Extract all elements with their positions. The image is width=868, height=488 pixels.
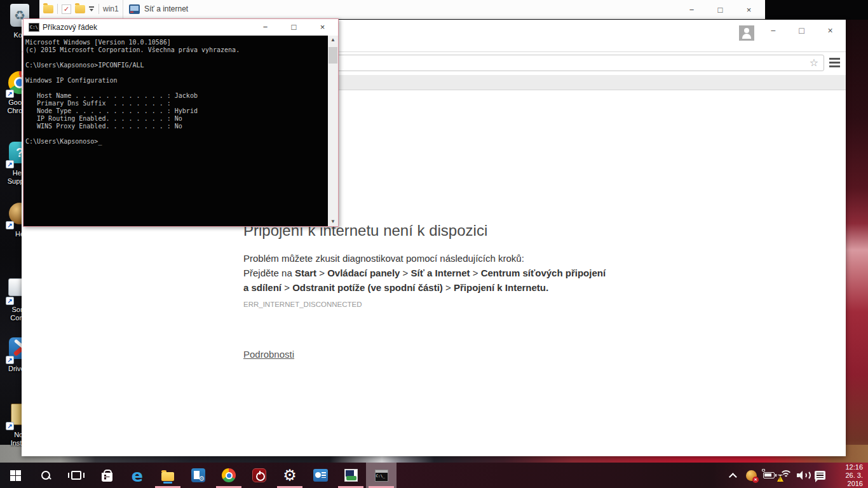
speaker-icon (797, 470, 810, 480)
command-prompt-button[interactable] (366, 463, 397, 488)
scroll-down-icon[interactable]: ▼ (328, 217, 338, 226)
chrome-icon (222, 468, 236, 482)
pie-list-icon (313, 469, 328, 482)
qat-dropdown-icon[interactable] (89, 6, 95, 12)
wifi-warning-icon (780, 470, 792, 480)
command-prompt-icon (375, 470, 388, 482)
error-page-steps-line2: a sdílení > Odstranit potíže (ve spodní … (243, 280, 625, 295)
error-code: ERR_INTERNET_DISCONNECTED (243, 301, 362, 308)
checkmark-icon[interactable]: ✓ (62, 4, 71, 14)
taskbar-search-button[interactable] (31, 463, 61, 488)
command-prompt-window: C:\ Příkazový řádek − □ × Microsoft Wind… (23, 18, 339, 227)
power-app-button[interactable] (244, 463, 275, 488)
desktop-wallpaper-topright (764, 0, 868, 20)
power-icon (252, 468, 266, 482)
close-button[interactable]: × (816, 27, 844, 35)
shortcut-arrow-icon: ↗ (6, 297, 14, 305)
shortcut-arrow-icon: ↗ (6, 90, 14, 98)
battery-charging-icon (763, 472, 775, 478)
clock-time: 12:16 (829, 463, 863, 471)
task-view-icon (71, 471, 81, 480)
scrollbar[interactable]: ▲ ▼ (328, 36, 338, 226)
error-page-steps-line1: Přejděte na Start > Ovládací panely > Sí… (243, 266, 625, 280)
shortcut-arrow-icon: ↗ (6, 221, 14, 229)
system-doc-app-button[interactable]: ⚙ (183, 463, 214, 488)
windows-logo-icon (10, 470, 21, 481)
close-button[interactable]: × (735, 6, 763, 14)
maximize-button[interactable]: □ (706, 6, 735, 14)
cmd-titlebar[interactable]: C:\ Příkazový řádek − □ × (24, 19, 338, 36)
console-output: Microsoft Windows [Version 10.0.10586] (… (25, 39, 240, 146)
store-icon (102, 473, 112, 482)
tray-app-error[interactable] (743, 463, 760, 488)
hidden-icons-button[interactable] (726, 463, 743, 488)
minimize-button[interactable]: − (677, 6, 706, 14)
action-center-button[interactable] (811, 463, 829, 488)
separator (98, 4, 99, 14)
desktop-wallpaper-right (846, 20, 868, 463)
shortcut-arrow-icon: ↗ (6, 422, 14, 430)
separator (57, 4, 58, 14)
photo-thumbnail-icon (344, 469, 358, 482)
minimize-button[interactable]: − (251, 23, 280, 31)
cmd-window-icon: C:\ (29, 23, 39, 32)
error-page-intro: Problém můžete zkusit diagnostikovat pom… (243, 251, 625, 266)
scroll-up-icon[interactable]: ▲ (328, 36, 338, 44)
quick-access-toolbar: ✓ win1 (43, 4, 119, 14)
taskbar: e ⚙ ⚙ (0, 463, 868, 488)
task-view-button[interactable] (61, 463, 92, 488)
chevron-up-icon (729, 473, 737, 481)
network-status[interactable] (777, 463, 794, 488)
close-button[interactable]: × (308, 23, 337, 31)
battery-status[interactable] (760, 463, 777, 488)
bookmark-star-icon[interactable]: ☆ (810, 57, 818, 69)
minimize-button[interactable]: − (759, 27, 787, 35)
folder-icon[interactable] (75, 5, 85, 13)
volume-control[interactable] (794, 463, 811, 488)
control-panel-app-button[interactable] (305, 463, 336, 488)
control-panel-window-icon (129, 4, 140, 14)
scrollbar-thumb[interactable] (329, 47, 337, 64)
file-explorer-icon (161, 472, 174, 481)
store-button[interactable] (92, 463, 122, 488)
shortcut-arrow-icon: ↗ (6, 356, 14, 364)
edge-button[interactable]: e (122, 463, 153, 488)
console-output-area[interactable]: Microsoft Windows [Version 10.0.10586] (… (24, 36, 338, 226)
file-explorer-button[interactable] (153, 463, 183, 488)
system-tray: 12:16 26. 3. 2016 (726, 463, 868, 488)
explorer-window-title: win1 (103, 4, 119, 13)
settings-button[interactable]: ⚙ (275, 463, 305, 488)
photos-button[interactable] (336, 463, 366, 488)
profile-avatar-icon[interactable] (739, 25, 754, 41)
details-link[interactable]: Podrobnosti (243, 349, 294, 360)
gear-icon: ⚙ (283, 468, 297, 483)
search-icon (41, 470, 51, 480)
document-gear-icon: ⚙ (191, 468, 205, 482)
cmd-window-title: Příkazový řádek (43, 23, 97, 32)
shortcut-arrow-icon: ↗ (6, 160, 14, 168)
folder-icon[interactable] (43, 5, 53, 13)
action-center-icon (815, 471, 825, 480)
control-panel-window-title: Síť a internet (144, 4, 188, 13)
maximize-button[interactable]: □ (787, 27, 816, 35)
maximize-button[interactable]: □ (280, 23, 308, 31)
start-button[interactable] (0, 463, 31, 488)
control-panel-window-titlebar[interactable]: Síť a internet − □ × (123, 0, 765, 19)
menu-icon[interactable] (829, 58, 840, 68)
desktop-screen: ♻ Koš ↗ Google Chrome ? ↗ Help Support ↗… (0, 0, 868, 488)
edge-icon: e (132, 467, 143, 484)
chrome-button[interactable] (214, 463, 244, 488)
clock-date: 26. 3. 2016 (829, 471, 863, 488)
app-error-icon (746, 470, 757, 481)
taskbar-clock[interactable]: 12:16 26. 3. 2016 (829, 463, 868, 488)
